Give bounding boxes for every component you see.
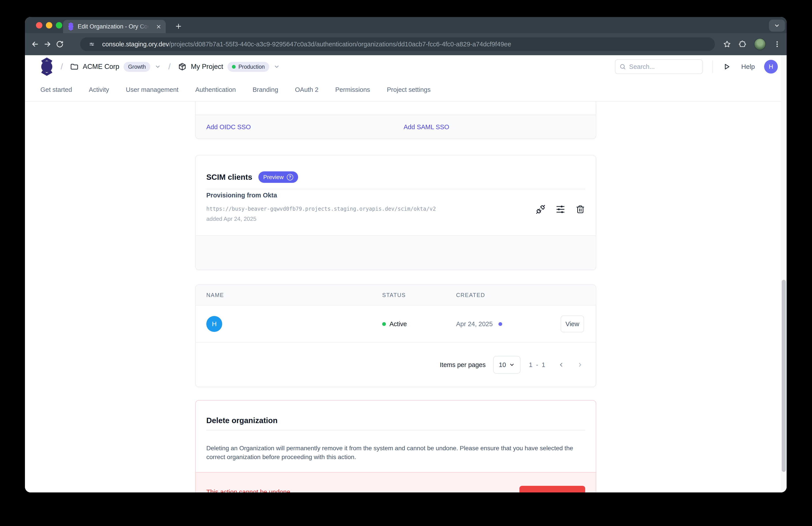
url-bar[interactable]: console.staging.ory.dev/projects/d087b7a… [80, 37, 715, 51]
column-header-name: NAME [206, 292, 224, 298]
project-switcher[interactable]: My Project Production [178, 62, 280, 72]
workspace-plan-badge: Growth [124, 62, 150, 72]
chevron-down-icon [155, 63, 161, 70]
indigo-dot [498, 322, 502, 326]
row-created-date: Apr 24, 2025 [456, 321, 493, 328]
scrollbar-thumb[interactable] [782, 280, 786, 472]
folder-icon [70, 63, 78, 71]
view-button[interactable]: View [561, 315, 584, 332]
extensions-icon[interactable] [739, 40, 746, 48]
trash-icon[interactable] [576, 204, 585, 214]
page-scrollbar[interactable] [781, 55, 787, 493]
delete-card-divider [206, 430, 585, 430]
search-icon [619, 63, 626, 70]
add-saml-sso-link[interactable]: Add SAML SSO [404, 124, 449, 131]
tab-title-fade [136, 20, 152, 33]
macos-minimize-button[interactable] [46, 22, 52, 28]
site-settings-icon[interactable] [87, 39, 97, 49]
pagination-range: 1 - 1 [529, 361, 546, 369]
new-tab-button[interactable] [172, 20, 185, 32]
pagination-next-icon[interactable] [577, 362, 583, 368]
bookmark-star-icon[interactable] [723, 40, 731, 48]
help-link[interactable]: Help [741, 63, 755, 70]
scim-title-row: SCIM clients Preview ? [206, 171, 298, 183]
page-size-select[interactable]: 10 [493, 356, 521, 374]
scim-client-actions [536, 204, 585, 214]
workspace-switcher[interactable]: ACME Corp Growth [70, 62, 161, 72]
page-content: Add OIDC SSO Add SAML SSO SCIM clients P… [25, 102, 787, 493]
column-header-status: STATUS [382, 292, 406, 298]
delete-organization-card: Delete organization Deleting an Organiza… [195, 400, 596, 493]
run-play-icon[interactable] [723, 63, 730, 70]
table-pagination: Items per pages 10 1 - 1 [196, 342, 596, 387]
project-env-badge: Production [228, 62, 269, 72]
page-size-value: 10 [499, 361, 506, 369]
delete-card-title: Delete organization [206, 416, 278, 425]
nav-item-permissions[interactable]: Permissions [335, 86, 370, 94]
chevron-down-icon [274, 63, 280, 70]
scim-client-added-date: added Apr 24, 2025 [206, 215, 257, 222]
nav-item-authentication[interactable]: Authentication [195, 86, 236, 94]
browser-menu-icon[interactable] [773, 40, 781, 48]
nav-item-get-started[interactable]: Get started [40, 86, 72, 94]
delete-warning-text: This action cannot be undone. [206, 488, 292, 493]
forward-icon[interactable] [41, 38, 54, 51]
pagination-prev-icon[interactable] [558, 362, 564, 368]
header-right: Help H [615, 59, 778, 74]
search-box[interactable] [615, 59, 703, 74]
breadcrumb-separator: / [168, 62, 171, 71]
production-status-dot [232, 65, 236, 69]
active-status-dot [382, 322, 386, 326]
nav-item-activity[interactable]: Activity [89, 86, 109, 94]
nav-item-user-management[interactable]: User management [126, 86, 178, 94]
connection-unplug-icon[interactable] [536, 204, 546, 214]
toolbar-right [723, 33, 781, 55]
sso-card: Add OIDC SSO Add SAML SSO [195, 102, 596, 139]
chevron-down-icon [509, 362, 515, 368]
macos-close-button[interactable] [36, 22, 42, 28]
help-circle-icon: ? [287, 174, 293, 181]
user-avatar[interactable]: H [764, 60, 778, 73]
ory-logo[interactable] [40, 58, 53, 76]
scim-card-footer [196, 236, 596, 270]
nav-item-project-settings[interactable]: Project settings [387, 86, 431, 94]
breadcrumb-separator: / [61, 62, 63, 71]
search-input[interactable] [629, 63, 695, 70]
reload-icon[interactable] [54, 38, 66, 51]
browser-window: Edit Organization - Ory Conso [25, 17, 787, 493]
scim-clients-card: SCIM clients Preview ? Provisioning from… [195, 155, 596, 270]
nav-item-branding[interactable]: Branding [253, 86, 278, 94]
screen: Edit Organization - Ory Conso [0, 0, 812, 526]
row-status-label: Active [389, 321, 407, 328]
tab-close-icon[interactable] [155, 23, 162, 30]
project-env-label: Production [238, 63, 265, 70]
ory-console-app: / ACME Corp Growth / My Pro [25, 55, 787, 493]
table-row: H Active Apr 24, 2025 View [196, 305, 596, 342]
app-header: / ACME Corp Growth / My Pro [25, 55, 787, 78]
macos-zoom-button[interactable] [56, 22, 62, 28]
add-oidc-sso-link[interactable]: Add OIDC SSO [206, 124, 251, 131]
tab-search-button[interactable] [769, 20, 785, 32]
browser-tab[interactable]: Edit Organization - Ory Conso [63, 20, 166, 33]
ory-favicon-icon [68, 23, 74, 30]
row-status: Active [382, 321, 407, 328]
nav-item-oauth2[interactable]: OAuth 2 [295, 86, 318, 94]
project-nav: Get started Activity User management Aut… [25, 78, 787, 102]
row-created: Apr 24, 2025 [456, 321, 502, 328]
url-path: /projects/d087b7a1-55f3-440c-a3c9-929564… [169, 41, 511, 48]
scim-card-title: SCIM clients [206, 173, 252, 182]
delete-card-description: Deleting an Organization will permanentl… [206, 444, 586, 461]
settings-sliders-icon[interactable] [555, 204, 565, 214]
preview-badge[interactable]: Preview ? [258, 171, 298, 183]
scim-client-url: https://busy-beaver-gqwvd0fb79.projects.… [206, 206, 436, 212]
browser-profile-avatar[interactable] [754, 38, 766, 50]
preview-badge-label: Preview [263, 174, 284, 181]
table-header: NAME STATUS CREATED [196, 285, 596, 305]
items-per-page-label: Items per pages [440, 361, 485, 369]
package-icon [178, 62, 186, 71]
delete-organization-button[interactable]: Delete organization [519, 486, 585, 493]
row-avatar: H [206, 316, 222, 332]
back-icon[interactable] [29, 38, 41, 51]
scim-client-name: Provisioning from Okta [206, 192, 277, 199]
browser-tabstrip: Edit Organization - Ory Conso [25, 17, 787, 33]
